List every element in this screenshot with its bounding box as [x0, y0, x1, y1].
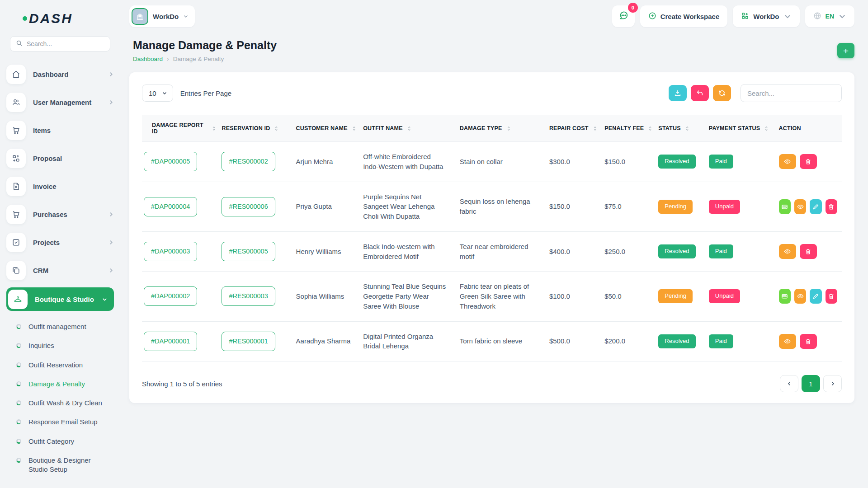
sidebar-item-purchases[interactable]: Purchases — [6, 203, 114, 225]
main-area: WorkDo 0 Create Workspace WorkDo — [119, 0, 868, 488]
table-card: 10 Entries Per Page DAMAGE REPORT IDRESE… — [129, 72, 854, 403]
breadcrumb-dashboard-link[interactable]: Dashboard — [133, 56, 163, 62]
messages-badge: 0 — [628, 3, 638, 13]
pagination-prev-button[interactable] — [780, 375, 798, 392]
app-root: DASH Search... DashboardUser ManagementI… — [0, 0, 868, 488]
sidebar-item-invoice[interactable]: Invoice — [6, 175, 114, 197]
wallet-icon — [781, 203, 788, 210]
sidebar-item-crm[interactable]: CRM — [6, 259, 114, 281]
reservation-id-link[interactable]: #RES000002 — [222, 152, 275, 171]
damage-report-id-link[interactable]: #DAP000005 — [144, 152, 197, 171]
sidebar-subitem-outfit-management[interactable]: Outfit management — [0, 317, 119, 336]
view-button[interactable] — [779, 154, 796, 169]
delete-button[interactable] — [800, 154, 817, 169]
sidebar-subitem-outfit-category[interactable]: Outfit Category — [0, 432, 119, 451]
eye-icon — [784, 158, 791, 165]
delete-button[interactable] — [826, 289, 837, 304]
table-row: #DAP000003#RES000005Henry WilliamsBlack … — [142, 231, 842, 272]
create-workspace-button[interactable]: Create Workspace — [640, 5, 728, 27]
column-header-outfit-name[interactable]: OUTFIT NAME — [363, 115, 460, 142]
column-header-payment-status[interactable]: PAYMENT STATUS — [709, 115, 779, 142]
column-header-damage-report-id[interactable]: DAMAGE REPORT ID — [142, 115, 222, 142]
entries-per-page-select[interactable]: 10 — [142, 84, 173, 102]
sidebar-item-projects[interactable]: Projects — [6, 231, 114, 253]
damage-report-id-link[interactable]: #DAP000003 — [144, 242, 197, 261]
damage-report-id-link[interactable]: #DAP000002 — [144, 286, 197, 306]
damage-report-id-link[interactable]: #DAP000001 — [144, 332, 197, 351]
sidebar-item-boutique-studio[interactable]: Boutique & Studio — [6, 287, 114, 311]
delete-button[interactable] — [800, 334, 817, 349]
workdo-menu-button[interactable]: WorkDo — [733, 5, 799, 27]
column-header-repair-cost[interactable]: REPAIR COST — [549, 115, 604, 142]
cell-damage-type: Sequin loss on lehenga fabric — [460, 182, 549, 231]
column-header-inner: PAYMENT STATUS — [709, 125, 774, 131]
sort-icon[interactable] — [684, 126, 690, 131]
trash-icon — [805, 338, 811, 345]
sort-icon[interactable] — [506, 126, 512, 131]
view-button[interactable] — [779, 244, 796, 259]
sidebar-subitem-boutique-designer-studio-setup[interactable]: Boutique & Designer Studio Setup — [0, 451, 119, 479]
pencil-icon — [812, 293, 819, 300]
sort-icon[interactable] — [764, 126, 769, 131]
reservation-id-link[interactable]: #RES000003 — [222, 286, 275, 306]
sidebar-item-user-management[interactable]: User Management — [6, 91, 114, 113]
sidebar-subitem-outfit-reservation[interactable]: Outfit Reservation — [0, 356, 119, 375]
pagination-next-button[interactable] — [823, 375, 842, 392]
logo[interactable]: DASH — [0, 8, 119, 34]
delete-button[interactable] — [826, 199, 837, 214]
sidebar-item-items[interactable]: Items — [6, 119, 114, 141]
messages-button[interactable]: 0 — [612, 5, 635, 27]
view-button[interactable] — [794, 289, 806, 304]
view-button[interactable] — [794, 199, 806, 214]
column-header-label: PAYMENT STATUS — [709, 125, 760, 131]
sidebar-subitem-label: Boutique & Designer Studio Setup — [28, 456, 111, 474]
chevron-right-icon — [108, 71, 114, 77]
sidebar-search[interactable]: Search... — [10, 36, 110, 52]
column-header-reservation-id[interactable]: RESERVATION ID — [222, 115, 296, 142]
trash-icon — [828, 293, 835, 300]
payment-button[interactable] — [779, 289, 791, 304]
sidebar-subitem-outfit-wash-dry-clean[interactable]: Outfit Wash & Dry Clean — [0, 394, 119, 413]
cell-repair-cost: $150.0 — [549, 182, 604, 231]
crm-icon — [6, 261, 26, 280]
refresh-button[interactable] — [713, 85, 731, 101]
sort-icon[interactable] — [406, 126, 412, 131]
delete-button[interactable] — [800, 244, 817, 259]
damage-report-id-link[interactable]: #DAP000004 — [144, 197, 197, 216]
column-header-status[interactable]: STATUS — [658, 115, 708, 142]
pagination-page-1-button[interactable]: 1 — [802, 375, 820, 392]
column-header-damage-type[interactable]: DAMAGE TYPE — [460, 115, 549, 142]
status-badge: Pending — [658, 200, 693, 214]
sidebar-item-dashboard[interactable]: Dashboard — [6, 63, 114, 85]
edit-button[interactable] — [810, 289, 821, 304]
column-header-customer-name[interactable]: CUSTOMER NAME — [296, 115, 363, 142]
add-record-button[interactable]: + — [837, 43, 854, 58]
trash-icon — [828, 203, 835, 210]
reservation-id-link[interactable]: #RES000006 — [222, 197, 275, 216]
column-header-action[interactable]: ACTION — [779, 115, 842, 142]
table-search-input[interactable] — [741, 84, 842, 102]
sort-icon[interactable] — [592, 126, 598, 131]
column-header-penalty-fee[interactable]: PENALTY FEE — [604, 115, 658, 142]
payment-button[interactable] — [779, 199, 791, 214]
reservation-id-link[interactable]: #RES000005 — [222, 242, 275, 261]
column-header-inner: RESERVATION ID — [222, 125, 291, 131]
sidebar-item-proposal[interactable]: Proposal — [6, 147, 114, 169]
view-button[interactable] — [779, 334, 796, 349]
reservation-id-link[interactable]: #RES000001 — [222, 332, 275, 351]
eye-icon — [784, 338, 791, 345]
sort-icon[interactable] — [274, 126, 279, 131]
sort-icon[interactable] — [647, 126, 653, 131]
sidebar-subitem-damage-penalty[interactable]: Damage & Penalty — [0, 375, 119, 394]
sort-icon[interactable] — [211, 126, 217, 131]
language-selector[interactable]: EN — [805, 5, 854, 27]
undo-button[interactable] — [691, 85, 709, 101]
sidebar-subitem-response-email-setup[interactable]: Response Email Setup — [0, 413, 119, 432]
sort-icon[interactable] — [351, 126, 357, 131]
download-button[interactable] — [669, 85, 687, 101]
workspace-selector[interactable]: WorkDo — [129, 5, 195, 27]
sidebar-subitem-label: Damage & Penalty — [28, 380, 85, 389]
sidebar-subitem-inquiries[interactable]: Inquiries — [0, 336, 119, 355]
download-icon — [674, 89, 681, 97]
edit-button[interactable] — [810, 199, 821, 214]
